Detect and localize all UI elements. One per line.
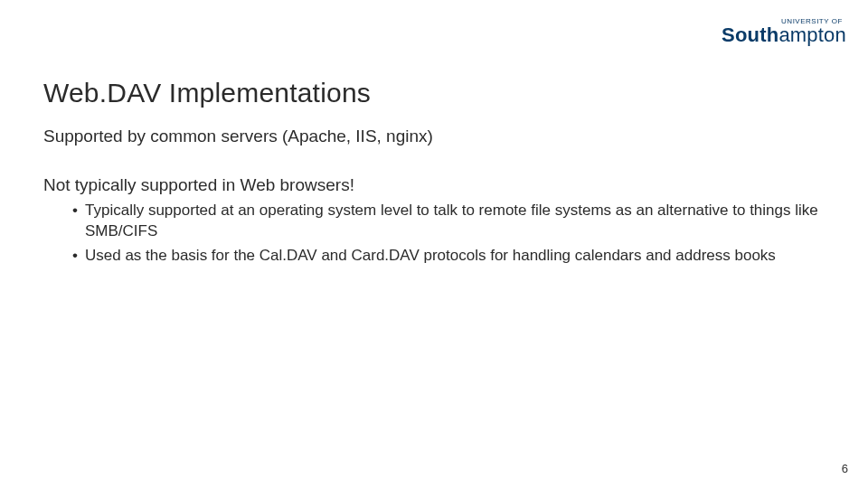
bullet-item: Typically supported at an operating syst… — [72, 201, 825, 242]
slide-title: Web.DAV Implementations — [43, 78, 371, 108]
paragraph-1: Supported by common servers (Apache, IIS… — [43, 127, 825, 146]
university-logo: UNIVERSITY OF Southampton — [722, 18, 846, 45]
bullet-list: Typically supported at an operating syst… — [72, 201, 825, 267]
logo-wordmark: Southampton — [722, 25, 846, 45]
slide-body: Supported by common servers (Apache, IIS… — [43, 127, 825, 270]
page-number: 6 — [842, 462, 848, 475]
paragraph-2: Not typically supported in Web browsers! — [43, 175, 825, 195]
bullet-item: Used as the basis for the Cal.DAV and Ca… — [72, 246, 825, 267]
